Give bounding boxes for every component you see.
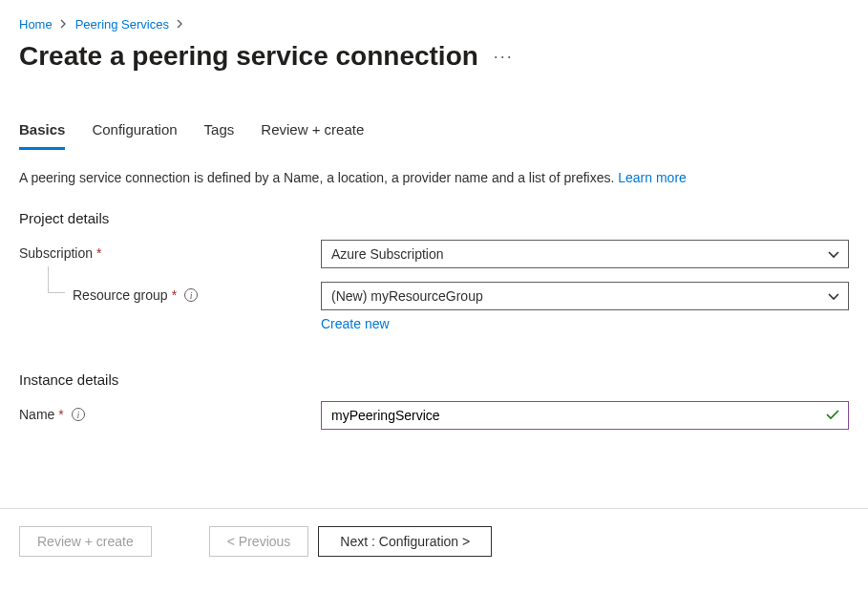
page-title: Create a peering service connection: [19, 41, 478, 72]
name-input[interactable]: [321, 401, 849, 430]
required-indicator: *: [172, 287, 177, 303]
subscription-label: Subscription *: [19, 240, 321, 261]
name-row: Name * i: [19, 401, 849, 430]
instance-details-section: Instance details Name * i: [19, 371, 849, 430]
tab-review-create[interactable]: Review + create: [261, 121, 364, 150]
previous-button: < Previous: [209, 526, 309, 557]
tree-connector-icon: [48, 266, 65, 293]
page-header: Create a peering service connection ···: [19, 41, 849, 72]
section-title-instance: Instance details: [19, 371, 849, 388]
resource-group-select[interactable]: (New) myResourceGroup: [321, 282, 849, 310]
info-icon[interactable]: i: [72, 408, 85, 421]
next-button[interactable]: Next : Configuration >: [318, 526, 492, 557]
resource-group-row: Resource group * i (New) myResourceGroup…: [19, 282, 849, 331]
resource-group-label: Resource group * i: [19, 282, 321, 303]
description-text: A peering service connection is defined …: [19, 170, 618, 185]
subscription-select[interactable]: Azure Subscription: [321, 240, 849, 268]
tabs: Basics Configuration Tags Review + creat…: [19, 121, 849, 151]
breadcrumb-home[interactable]: Home: [19, 17, 53, 32]
create-new-link[interactable]: Create new: [321, 316, 849, 331]
project-details-section: Project details Subscription * Azure Sub…: [19, 210, 849, 331]
info-icon[interactable]: i: [184, 288, 198, 302]
required-indicator: *: [58, 407, 63, 422]
tab-configuration[interactable]: Configuration: [92, 121, 177, 150]
subscription-row: Subscription * Azure Subscription: [19, 240, 849, 268]
chevron-right-icon: [60, 17, 68, 32]
description: A peering service connection is defined …: [19, 170, 849, 185]
breadcrumb: Home Peering Services: [19, 17, 849, 32]
review-create-button: Review + create: [19, 526, 152, 557]
name-label: Name * i: [19, 401, 321, 422]
learn-more-link[interactable]: Learn more: [618, 170, 687, 185]
tab-tags[interactable]: Tags: [204, 121, 235, 150]
breadcrumb-peering-services[interactable]: Peering Services: [75, 17, 169, 32]
section-title-project: Project details: [19, 210, 849, 226]
footer: Review + create < Previous Next : Config…: [19, 508, 849, 557]
tab-basics[interactable]: Basics: [19, 121, 65, 150]
required-indicator: *: [96, 245, 101, 261]
chevron-right-icon: [177, 17, 184, 32]
overflow-menu-icon[interactable]: ···: [494, 47, 514, 67]
